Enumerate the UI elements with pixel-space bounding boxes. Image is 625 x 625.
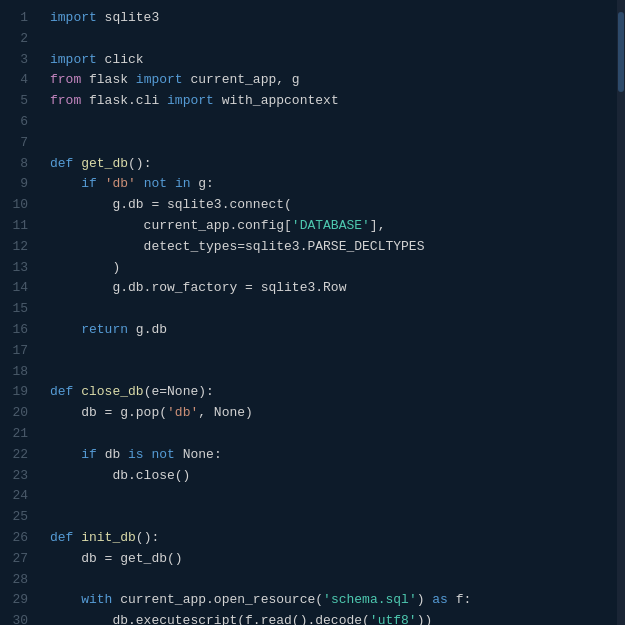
line-number-28: 28 xyxy=(0,570,38,591)
line-number-18: 18 xyxy=(0,362,38,383)
code-line-24 xyxy=(50,486,617,507)
scrollbar-thumb[interactable] xyxy=(618,12,624,92)
code-line-7 xyxy=(50,133,617,154)
code-line-8: def get_db(): xyxy=(50,154,617,175)
code-line-10: g.db = sqlite3.connect( xyxy=(50,195,617,216)
line-numbers: 1234567891011121314151617181920212223242… xyxy=(0,0,38,625)
line-number-12: 12 xyxy=(0,237,38,258)
line-number-4: 4 xyxy=(0,70,38,91)
code-line-9: if 'db' not in g: xyxy=(50,174,617,195)
line-number-29: 29 xyxy=(0,590,38,611)
line-number-2: 2 xyxy=(0,29,38,50)
code-line-27: db = get_db() xyxy=(50,549,617,570)
code-line-23: db.close() xyxy=(50,466,617,487)
code-line-21 xyxy=(50,424,617,445)
code-line-14: g.db.row_factory = sqlite3.Row xyxy=(50,278,617,299)
line-number-27: 27 xyxy=(0,549,38,570)
line-number-25: 25 xyxy=(0,507,38,528)
code-line-18 xyxy=(50,362,617,383)
line-number-9: 9 xyxy=(0,174,38,195)
code-editor: 1234567891011121314151617181920212223242… xyxy=(0,0,625,625)
code-line-6 xyxy=(50,112,617,133)
code-content[interactable]: import sqlite3 import clickfrom flask im… xyxy=(38,0,617,625)
code-line-3: import click xyxy=(50,50,617,71)
scrollbar[interactable] xyxy=(617,0,625,625)
line-number-21: 21 xyxy=(0,424,38,445)
code-line-22: if db is not None: xyxy=(50,445,617,466)
code-line-28 xyxy=(50,570,617,591)
code-line-19: def close_db(e=None): xyxy=(50,382,617,403)
line-number-11: 11 xyxy=(0,216,38,237)
line-number-26: 26 xyxy=(0,528,38,549)
line-number-3: 3 xyxy=(0,50,38,71)
code-line-13: ) xyxy=(50,258,617,279)
line-number-5: 5 xyxy=(0,91,38,112)
line-number-19: 19 xyxy=(0,382,38,403)
line-number-17: 17 xyxy=(0,341,38,362)
code-line-26: def init_db(): xyxy=(50,528,617,549)
line-number-13: 13 xyxy=(0,258,38,279)
line-number-23: 23 xyxy=(0,466,38,487)
line-number-24: 24 xyxy=(0,486,38,507)
code-line-20: db = g.pop('db', None) xyxy=(50,403,617,424)
code-line-12: detect_types=sqlite3.PARSE_DECLTYPES xyxy=(50,237,617,258)
code-line-15 xyxy=(50,299,617,320)
line-number-1: 1 xyxy=(0,8,38,29)
code-line-16: return g.db xyxy=(50,320,617,341)
code-line-5: from flask.cli import with_appcontext xyxy=(50,91,617,112)
line-number-22: 22 xyxy=(0,445,38,466)
code-line-2 xyxy=(50,29,617,50)
code-line-25 xyxy=(50,507,617,528)
code-line-11: current_app.config['DATABASE'], xyxy=(50,216,617,237)
code-line-4: from flask import current_app, g xyxy=(50,70,617,91)
line-number-8: 8 xyxy=(0,154,38,175)
code-line-1: import sqlite3 xyxy=(50,8,617,29)
line-number-6: 6 xyxy=(0,112,38,133)
code-line-30: db.executescript(f.read().decode('utf8')… xyxy=(50,611,617,625)
line-number-10: 10 xyxy=(0,195,38,216)
line-number-16: 16 xyxy=(0,320,38,341)
line-number-14: 14 xyxy=(0,278,38,299)
code-line-17 xyxy=(50,341,617,362)
code-line-29: with current_app.open_resource('schema.s… xyxy=(50,590,617,611)
line-number-30: 30 xyxy=(0,611,38,625)
line-number-20: 20 xyxy=(0,403,38,424)
line-number-15: 15 xyxy=(0,299,38,320)
line-number-7: 7 xyxy=(0,133,38,154)
